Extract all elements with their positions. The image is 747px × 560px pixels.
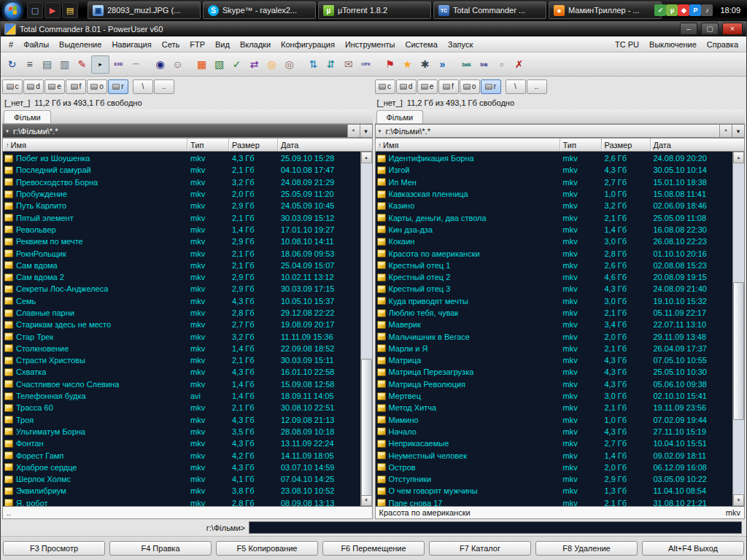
file-row[interactable]: Кин дза-дза mkv 1,4 Гб 16.08.08 22:30 [376,224,734,236]
menu-item[interactable]: Выделение [54,38,107,51]
file-row[interactable]: Я, робот mkv 2,8 Гб 08.09.08 13:13 [3,497,361,507]
drive-button[interactable]: f [66,79,86,94]
drive-extra-button[interactable]: .. [527,79,547,94]
favorites-button[interactable]: * [347,125,360,137]
menu-item[interactable]: Вкладки [235,38,276,51]
taskbar-task-button[interactable]: TC Total Commander ... [433,1,546,19]
menu-item[interactable]: Инструменты [340,38,400,51]
file-row[interactable]: Стар Трек mkv 3,2 Гб 11.11.09 15:36 [3,330,361,342]
fkey-button[interactable]: F4 Правка [109,541,212,556]
favorites-button[interactable]: * [719,125,732,137]
cd-icon[interactable]: ◎ [263,56,280,73]
column-header-date[interactable]: Дата [651,139,745,151]
messenger-tray-icon[interactable]: ◆ [678,4,689,16]
fkey-button[interactable]: Alt+F4 Выход [642,541,744,556]
file-row[interactable]: Столкновение mkv 1,4 Гб 22.09.08 18:52 [3,343,361,354]
file-row[interactable]: Последний самурай mkv 2,1 Гб 04.10.08 17… [3,164,361,176]
file-row[interactable]: Семь mkv 4,3 Гб 10.05.10 15:37 [3,295,361,307]
delete-icon[interactable]: ✗ [511,56,527,73]
file-row[interactable]: Трасса 60 mkv 2,1 Гб 30.08.10 22:51 [3,402,361,413]
drive-button[interactable]: f [438,79,459,94]
file-row[interactable]: Отступники mkv 2,9 Гб 03.05.09 10:22 [376,473,734,485]
menu-item[interactable]: TC PU [610,38,644,51]
full-view-icon[interactable]: ▥ [56,56,73,73]
unpack-icon[interactable]: ▧ [211,56,228,73]
upx-icon[interactable]: UPX [357,56,374,73]
file-row[interactable]: Начало mkv 4,3 Гб 27.11.10 15:19 [376,426,734,438]
file-row[interactable]: Сам вдома mkv 2,1 Гб 25.04.09 15:07 [3,260,361,271]
bak-icon[interactable]: bak [458,56,475,73]
file-row[interactable]: Крестный отец 2 mkv 4,6 Гб 20.08.09 19:1… [376,271,734,283]
start-button[interactable] [4,1,22,20]
file-row[interactable]: Метод Хитча mkv 2,1 Гб 19.11.09 23:56 [376,402,734,413]
scroll-down-icon[interactable]: ▼ [361,494,372,506]
menu-item[interactable]: # [4,38,18,51]
history-icon[interactable]: » [434,56,451,73]
menu-item[interactable]: Выключение [644,38,702,51]
file-row[interactable]: Мимино mkv 1,0 Гб 07.02.09 19:44 [376,414,734,426]
ftp-new-connection-icon[interactable]: ⇵ [322,56,339,73]
scroll-up-icon[interactable]: ▲ [733,152,744,163]
left-path-bar[interactable]: ▾ г:\Фільми\*.* * ▾ [2,124,373,138]
drive-button[interactable]: d [23,79,44,94]
drive-button[interactable]: o [460,79,480,94]
volume-tray-icon[interactable]: ♪ [701,4,713,16]
punto-switcher-tray-icon[interactable]: P [689,4,701,16]
file-row[interactable]: Храброе сердце mkv 4,3 Гб 03.07.10 14:59 [3,462,361,473]
file-row[interactable]: Счастливое число Слевина mkv 1,4 Гб 15.0… [3,378,361,390]
right-path-bar[interactable]: ▾ г:\Фільми\*.* * ▾ [375,124,746,138]
column-header-date[interactable]: Дата [278,139,372,151]
drive-button[interactable]: e [417,79,438,94]
notepad-icon[interactable]: ▫ [493,56,510,73]
file-row[interactable]: Страсти Христовы mkv 2,1 Гб 30.03.09 15:… [3,354,361,366]
scroll-thumb[interactable] [733,282,744,419]
column-header-size[interactable]: Размер [602,139,651,151]
file-row[interactable]: Идентификация Борна mkv 2,6 Гб 24.08.09 … [376,152,734,164]
command-line-input[interactable] [249,521,742,534]
column-header-size[interactable]: Размер [229,139,278,151]
file-row[interactable]: Кокаин mkv 3,0 Гб 26.08.10 22:23 [376,236,734,247]
taskbar-clock[interactable]: 18:09 [720,6,740,15]
close-button[interactable]: × [722,23,743,35]
favorites-star-icon[interactable]: ★ [399,56,416,73]
drive-button[interactable]: r [481,79,501,94]
file-row[interactable]: Форест Гамп mkv 4,2 Гб 14.11.09 18:05 [3,449,361,461]
menu-item[interactable]: Вид [210,38,235,51]
ftp-connect-icon[interactable]: ⇅ [305,56,322,73]
brief-view-icon[interactable]: ▤ [39,56,55,73]
refresh-icon[interactable]: ↻ [4,56,20,73]
test-archive-icon[interactable]: ✓ [228,56,245,73]
file-row[interactable]: Крестный отец 3 mkv 4,3 Гб 24.08.09 21:4… [376,283,734,295]
menu-item[interactable]: Справка [702,38,743,51]
file-row[interactable]: Ультиматум Борна mkv 3,5 Гб 28.08.09 10:… [3,426,361,438]
file-row[interactable]: Пятый элемент mkv 2,1 Гб 30.03.09 15:12 [3,211,361,223]
file-row[interactable]: Реквием по мечте mkv 2,9 Гб 10.08.10 14:… [3,236,361,247]
settings-icon[interactable]: ✱ [417,56,433,73]
file-row[interactable]: Кавказская пленница mkv 1,0 Гб 15.08.08 … [376,188,734,200]
terminal-icon[interactable]: ▸ [91,55,109,74]
scroll-up-icon[interactable]: ▲ [361,152,372,163]
exe-icon[interactable]: EXE [110,56,127,73]
file-row[interactable]: Папе снова 17 mkv 2,1 Гб 31.08.10 21:21 [376,497,734,507]
left-tab-filmy[interactable]: Фільми [4,110,51,123]
media-player-icon[interactable]: ▶ [44,2,61,18]
dvd-icon[interactable]: ◎ [281,56,298,73]
mail-icon[interactable]: ✉ [340,56,357,73]
file-row[interactable]: Превосходство Борна mkv 3,2 Гб 24.08.09 … [3,176,361,188]
menu-item[interactable]: FTP [185,38,210,51]
file-row[interactable]: Сам вдома 2 mkv 2,9 Гб 10.02.11 13:12 [3,271,361,283]
scroll-thumb[interactable] [361,359,372,496]
drive-extra-button[interactable]: .. [154,79,174,94]
file-row[interactable]: Карты, деньги, два ствола mkv 2,1 Гб 25.… [376,211,734,223]
file-row[interactable]: Мертвец mkv 3,0 Гб 02.10.10 15:41 [376,390,734,402]
file-row[interactable]: Телефонная будка avi 1,4 Гб 18.09.11 14:… [3,390,361,402]
file-row[interactable]: Изгой mkv 4,3 Гб 30.05.10 10:14 [376,164,734,176]
file-row[interactable]: Револьвер mkv 1,4 Гб 17.01.10 19:27 [3,224,361,236]
path-dropdown-icon[interactable]: ▾ [3,125,12,137]
editor-icon[interactable]: ✎ [74,56,90,73]
file-row[interactable]: Ип Мен mkv 2,7 Гб 15.01.10 18:38 [376,176,734,188]
fkey-button[interactable]: F6 Перемещение [322,541,425,556]
menu-item[interactable]: Навигация [107,38,156,51]
file-row[interactable]: Фонтан mkv 4,3 Гб 13.11.09 22:24 [3,438,361,449]
scroll-track[interactable] [361,163,372,494]
